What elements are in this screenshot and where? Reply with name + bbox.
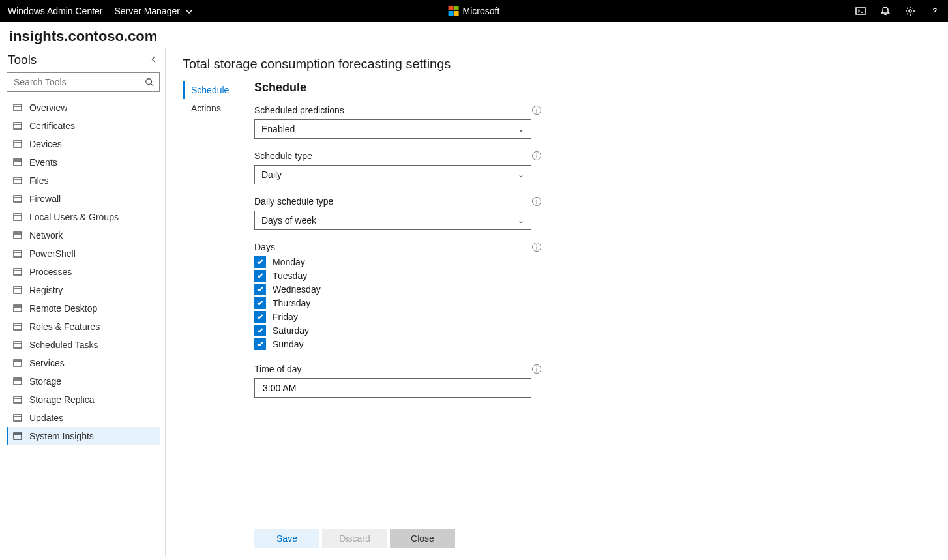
sidebar-item-label: Files (29, 175, 49, 186)
time-of-day-field[interactable] (261, 382, 524, 394)
tool-icon (12, 175, 23, 186)
save-button[interactable]: Save (254, 529, 319, 548)
sidebar-item-label: Registry (29, 285, 63, 295)
breadcrumb-server-manager[interactable]: Server Manager (115, 6, 194, 16)
day-label: Friday (273, 312, 298, 322)
app-title: Windows Admin Center (8, 6, 103, 16)
tool-icon (12, 212, 23, 222)
sidebar-item-label: Services (29, 358, 65, 368)
select-value: Days of week (261, 215, 316, 226)
tool-list: OverviewCertificatesDevicesEventsFilesFi… (7, 98, 160, 445)
sidebar-item-processes[interactable]: Processes (7, 263, 160, 281)
tool-icon (12, 376, 23, 387)
day-label: Saturday (273, 325, 309, 336)
microsoft-logo-icon (449, 6, 459, 16)
console-icon[interactable] (855, 6, 866, 16)
svg-rect-4 (14, 123, 22, 129)
sidebar-item-scheduled-tasks[interactable]: Scheduled Tasks (7, 336, 160, 354)
svg-rect-14 (14, 305, 22, 312)
days-list: MondayTuesdayWednesdayThursdayFridaySatu… (254, 256, 541, 350)
tab-schedule[interactable]: Schedule (183, 81, 235, 99)
sidebar-item-label: Local Users & Groups (29, 212, 119, 222)
select-value: Daily (261, 169, 282, 180)
tool-icon (12, 413, 23, 423)
sidebar-item-system-insights[interactable]: System Insights (7, 427, 160, 445)
help-icon[interactable] (930, 6, 940, 16)
sidebar-item-devices[interactable]: Devices (7, 135, 160, 153)
sidebar-item-powershell[interactable]: PowerShell (7, 244, 160, 263)
input-time-of-day[interactable] (254, 378, 531, 398)
sidebar-item-remote-desktop[interactable]: Remote Desktop (7, 299, 160, 317)
sidebar-item-network[interactable]: Network (7, 226, 160, 244)
sidebar-item-firewall[interactable]: Firewall (7, 190, 160, 208)
sidebar-item-label: System Insights (29, 431, 94, 441)
sidebar-item-label: Storage Replica (29, 394, 95, 405)
tab-actions[interactable]: Actions (183, 99, 235, 117)
sidebar-item-local-users-groups[interactable]: Local Users & Groups (7, 208, 160, 226)
svg-rect-18 (14, 378, 22, 385)
info-icon[interactable]: i (532, 243, 541, 252)
collapse-sidebar-icon[interactable] (149, 53, 158, 67)
sidebar-item-registry[interactable]: Registry (7, 281, 160, 299)
day-row-friday: Friday (254, 311, 541, 323)
info-icon[interactable]: i (532, 197, 541, 206)
svg-rect-0 (856, 8, 865, 14)
sidebar-item-label: PowerShell (29, 248, 76, 259)
checkbox-monday[interactable] (254, 256, 266, 268)
sidebar-item-services[interactable]: Services (7, 354, 160, 372)
notifications-icon[interactable] (880, 6, 891, 16)
tool-icon (12, 121, 23, 131)
day-label: Sunday (273, 339, 303, 349)
day-label: Monday (273, 257, 305, 267)
ms-brand: Microsoft (449, 6, 500, 16)
section-title: Schedule (254, 81, 541, 95)
brand-text: Microsoft (463, 6, 500, 16)
sidebar-item-events[interactable]: Events (7, 153, 160, 171)
close-button[interactable]: Close (390, 529, 455, 548)
svg-rect-8 (14, 196, 22, 202)
sidebar-item-certificates[interactable]: Certificates (7, 117, 160, 135)
svg-rect-10 (14, 232, 22, 239)
select-schedule-type[interactable]: Daily ⌄ (254, 165, 531, 184)
schedule-form: Schedule Scheduled predictions i Enabled… (254, 81, 541, 548)
search-tools-input[interactable] (7, 72, 160, 92)
sidebar-item-roles-features[interactable]: Roles & Features (7, 317, 160, 336)
day-row-wednesday: Wednesday (254, 284, 541, 295)
label-daily-schedule-type: Daily schedule type (254, 196, 333, 207)
sidebar-item-overview[interactable]: Overview (7, 98, 160, 117)
sidebar-item-storage[interactable]: Storage (7, 372, 160, 391)
tool-icon (12, 157, 23, 168)
tool-icon (12, 139, 23, 149)
discard-button[interactable]: Discard (322, 529, 387, 548)
svg-rect-11 (14, 250, 22, 257)
label-time-of-day: Time of day (254, 364, 302, 374)
tool-icon (12, 285, 23, 295)
select-scheduled-predictions[interactable]: Enabled ⌄ (254, 119, 531, 139)
checkbox-tuesday[interactable] (254, 270, 266, 282)
info-icon[interactable]: i (532, 364, 541, 374)
info-icon[interactable]: i (532, 151, 541, 160)
info-icon[interactable]: i (532, 106, 541, 115)
tool-icon (12, 321, 23, 332)
main-panel: Total storage consumption forecasting se… (166, 48, 948, 557)
checkbox-wednesday[interactable] (254, 284, 266, 295)
chevron-down-icon: ⌄ (518, 170, 524, 179)
tools-sidebar: Tools OverviewCertificatesDevicesEventsF… (0, 48, 166, 557)
checkbox-saturday[interactable] (254, 325, 266, 336)
sidebar-item-storage-replica[interactable]: Storage Replica (7, 391, 160, 409)
search-field[interactable] (12, 76, 140, 88)
checkbox-sunday[interactable] (254, 338, 266, 350)
checkbox-thursday[interactable] (254, 297, 266, 309)
svg-rect-6 (14, 159, 22, 166)
svg-point-2 (146, 79, 152, 85)
svg-rect-21 (14, 433, 22, 439)
checkbox-friday[interactable] (254, 311, 266, 323)
tool-icon (12, 194, 23, 204)
svg-point-1 (909, 10, 911, 12)
select-daily-schedule-type[interactable]: Days of week ⌄ (254, 211, 531, 230)
settings-icon[interactable] (905, 6, 915, 16)
connection-name: insights.contoso.com (0, 22, 948, 48)
sidebar-item-updates[interactable]: Updates (7, 409, 160, 427)
sidebar-item-label: Processes (29, 267, 72, 277)
sidebar-item-files[interactable]: Files (7, 171, 160, 190)
